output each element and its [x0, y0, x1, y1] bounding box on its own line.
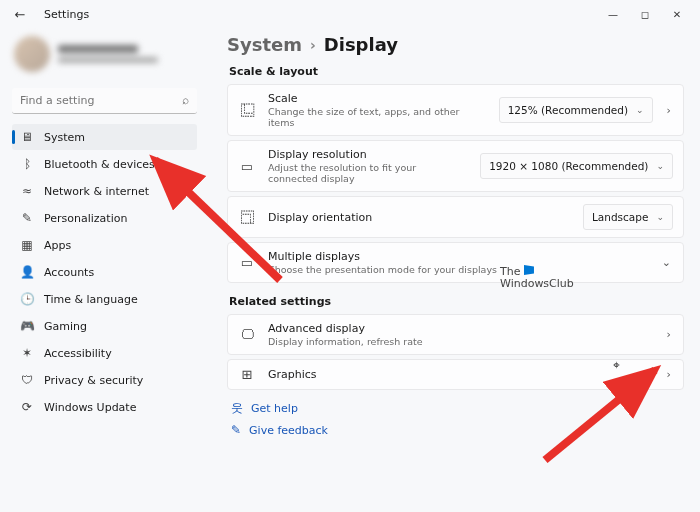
sidebar-item-label: Accounts	[44, 266, 94, 279]
sidebar-item-label: Apps	[44, 239, 71, 252]
chevron-down-icon: ⌄	[656, 161, 664, 171]
chevron-down-icon[interactable]: ⌄	[660, 256, 673, 269]
scale-sub: Change the size of text, apps, and other…	[268, 106, 487, 128]
search-input[interactable]	[12, 88, 197, 114]
sidebar-item-network-internet[interactable]: ≈Network & internet	[12, 178, 197, 204]
multiple-sub: Choose the presentation mode for your di…	[268, 264, 648, 275]
sidebar-item-label: Windows Update	[44, 401, 136, 414]
nav-icon: ▦	[20, 238, 34, 252]
sidebar-item-accounts[interactable]: 👤Accounts	[12, 259, 197, 285]
chevron-down-icon: ⌄	[636, 105, 644, 115]
sidebar-item-personalization[interactable]: ✎Personalization	[12, 205, 197, 231]
nav-icon: 👤	[20, 265, 34, 279]
sidebar-item-windows-update[interactable]: ⟳Windows Update	[12, 394, 197, 420]
row-scale[interactable]: ⿺ Scale Change the size of text, apps, a…	[227, 84, 684, 136]
chevron-right-icon: ›	[310, 37, 316, 53]
multiple-title: Multiple displays	[268, 250, 648, 263]
maximize-button[interactable]: ◻	[630, 4, 660, 24]
section-related: Related settings	[229, 295, 684, 308]
sidebar: ⌕ 🖥SystemᛒBluetooth & devices≈Network & …	[0, 28, 205, 512]
feedback-icon: ✎	[231, 423, 241, 437]
user-block[interactable]	[12, 32, 197, 84]
chevron-down-icon: ⌄	[656, 212, 664, 222]
link-give-feedback[interactable]: ✎ Give feedback	[231, 423, 684, 437]
sidebar-item-label: Privacy & security	[44, 374, 143, 387]
help-label: Get help	[251, 402, 298, 415]
multiple-displays-icon: ▭	[238, 255, 256, 270]
chevron-right-icon[interactable]: ›	[665, 328, 673, 341]
row-orientation[interactable]: ⿹ Display orientation Landscape ⌄	[227, 196, 684, 238]
scale-value: 125% (Recommended)	[508, 104, 628, 116]
nav-icon: ⟳	[20, 400, 34, 414]
search-box[interactable]: ⌕	[12, 88, 197, 114]
advanced-title: Advanced display	[268, 322, 653, 335]
minimize-button[interactable]: —	[598, 4, 628, 24]
graphics-title: Graphics	[268, 368, 653, 381]
resolution-dropdown[interactable]: 1920 × 1080 (Recommended) ⌄	[480, 153, 673, 179]
row-resolution[interactable]: ▭ Display resolution Adjust the resoluti…	[227, 140, 684, 192]
nav-icon: 🕒	[20, 292, 34, 306]
sidebar-item-apps[interactable]: ▦Apps	[12, 232, 197, 258]
chevron-right-icon[interactable]: ›	[665, 104, 673, 117]
flag-icon	[524, 265, 534, 275]
avatar	[14, 36, 50, 72]
feedback-label: Give feedback	[249, 424, 328, 437]
nav-icon: ᛒ	[20, 157, 34, 171]
advanced-sub: Display information, refresh rate	[268, 336, 653, 347]
monitor-icon: 🖵	[238, 327, 256, 342]
orientation-dropdown[interactable]: Landscape ⌄	[583, 204, 673, 230]
sidebar-item-label: Bluetooth & devices	[44, 158, 155, 171]
watermark: The WindowsClub	[500, 265, 574, 290]
nav-icon: 🎮	[20, 319, 34, 333]
sidebar-item-label: Network & internet	[44, 185, 149, 198]
resolution-value: 1920 × 1080 (Recommended)	[489, 160, 648, 172]
sidebar-item-time-language[interactable]: 🕒Time & language	[12, 286, 197, 312]
sidebar-item-privacy-security[interactable]: 🛡Privacy & security	[12, 367, 197, 393]
help-icon: 웃	[231, 400, 243, 417]
sidebar-item-gaming[interactable]: 🎮Gaming	[12, 313, 197, 339]
cursor-icon: ⌖	[613, 358, 620, 372]
close-button[interactable]: ✕	[662, 4, 692, 24]
breadcrumb: System › Display	[227, 34, 684, 55]
main-pane: System › Display Scale & layout ⿺ Scale …	[205, 28, 700, 512]
chevron-right-icon[interactable]: ›	[665, 368, 673, 381]
row-multiple-displays[interactable]: ▭ Multiple displays Choose the presentat…	[227, 242, 684, 283]
orientation-icon: ⿹	[238, 210, 256, 225]
scale-dropdown[interactable]: 125% (Recommended) ⌄	[499, 97, 653, 123]
sidebar-item-label: System	[44, 131, 85, 144]
nav-icon: ≈	[20, 184, 34, 198]
nav-icon: ✎	[20, 211, 34, 225]
breadcrumb-page: Display	[324, 34, 398, 55]
resolution-title: Display resolution	[268, 148, 468, 161]
nav-icon: 🛡	[20, 373, 34, 387]
sidebar-item-system[interactable]: 🖥System	[12, 124, 197, 150]
orientation-title: Display orientation	[268, 211, 571, 224]
sidebar-item-bluetooth-devices[interactable]: ᛒBluetooth & devices	[12, 151, 197, 177]
nav-icon: 🖥	[20, 130, 34, 144]
nav-icon: ✶	[20, 346, 34, 360]
window-title: Settings	[44, 8, 89, 21]
section-scale-layout: Scale & layout	[229, 65, 684, 78]
breadcrumb-root[interactable]: System	[227, 34, 302, 55]
scale-title: Scale	[268, 92, 487, 105]
sidebar-item-label: Personalization	[44, 212, 127, 225]
link-get-help[interactable]: 웃 Get help	[231, 400, 684, 417]
sidebar-item-accessibility[interactable]: ✶Accessibility	[12, 340, 197, 366]
sidebar-item-label: Gaming	[44, 320, 87, 333]
sidebar-item-label: Accessibility	[44, 347, 112, 360]
orientation-value: Landscape	[592, 211, 648, 223]
user-email	[58, 57, 158, 63]
graphics-icon: ⊞	[238, 367, 256, 382]
back-button[interactable]: ←	[8, 2, 32, 26]
user-name	[58, 45, 138, 53]
sidebar-item-label: Time & language	[44, 293, 138, 306]
scale-icon: ⿺	[238, 103, 256, 118]
resolution-sub: Adjust the resolution to fit your connec…	[268, 162, 468, 184]
row-advanced-display[interactable]: 🖵 Advanced display Display information, …	[227, 314, 684, 355]
resolution-icon: ▭	[238, 159, 256, 174]
search-icon: ⌕	[182, 93, 189, 107]
